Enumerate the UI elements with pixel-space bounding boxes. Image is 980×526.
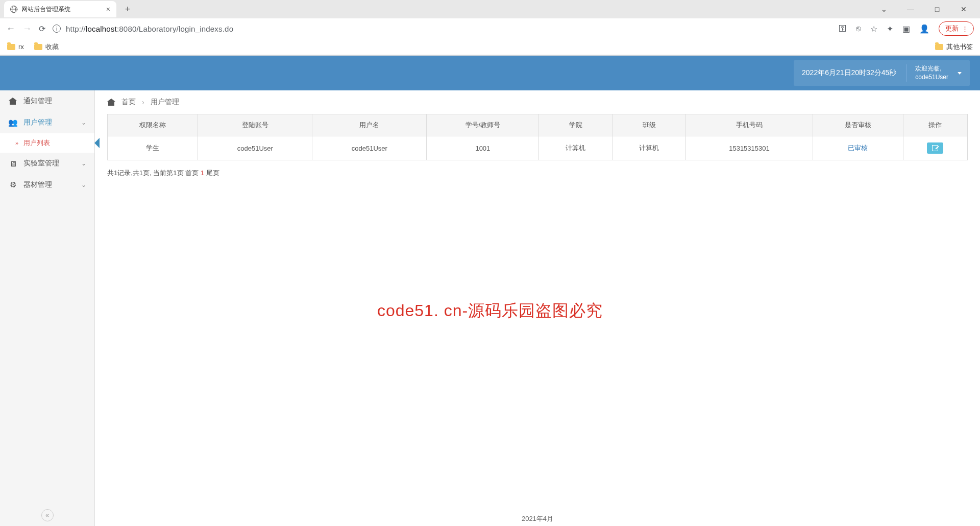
url-text: http://localhost:8080/Laboratory/login_i… xyxy=(66,25,233,33)
star-icon[interactable]: ☆ xyxy=(870,24,877,34)
bookmark-other[interactable]: 其他书签 xyxy=(935,42,973,52)
extensions-icon[interactable]: ✦ xyxy=(887,24,893,34)
globe-icon xyxy=(10,6,17,13)
collapse-sidebar-button[interactable]: « xyxy=(0,504,94,526)
window-controls: ⌄ ― □ ✕ xyxy=(868,5,980,13)
chevron-left-icon: « xyxy=(41,509,54,521)
sidebar-subitem-userlist[interactable]: 用户列表 xyxy=(0,133,94,153)
key-icon[interactable]: ⚿ xyxy=(839,24,847,33)
chevron-down-icon: ⌄ xyxy=(81,181,86,188)
pagination-prefix: 共1记录,共1页, 当前第1页 首页 xyxy=(107,169,201,177)
gears-icon xyxy=(8,180,17,189)
sidebar-item-label: 器材管理 xyxy=(23,180,52,189)
forward-button[interactable]: → xyxy=(22,23,32,34)
sidebar-item-lab[interactable]: 实验室管理 ⌄ xyxy=(0,153,94,174)
tab-bar: 网站后台管理系统 × + ⌄ ― □ ✕ xyxy=(0,0,980,18)
avatar-icon[interactable]: 👤 xyxy=(919,24,929,34)
folder-icon xyxy=(7,44,15,50)
share-icon[interactable]: ⎋ xyxy=(856,24,861,33)
address-bar: ← → ⟳ i http://localhost:8080/Laboratory… xyxy=(0,18,980,39)
breadcrumb-sep: › xyxy=(142,98,144,106)
back-button[interactable]: ← xyxy=(6,23,15,34)
dropdown-icon[interactable]: ⌄ xyxy=(876,5,892,13)
user-text: 欢迎光临, code51User xyxy=(915,64,948,82)
sidebar-item-label: 用户列表 xyxy=(23,138,50,148)
th-action: 操作 xyxy=(903,114,967,136)
update-button[interactable]: 更新⋮ xyxy=(939,21,974,36)
th-college: 学院 xyxy=(539,114,612,136)
maximize-button[interactable]: □ xyxy=(929,5,945,13)
tab-title: 网站后台管理系统 xyxy=(21,5,70,14)
header-datetime: 2022年6月21日20时32分45秒 xyxy=(802,68,896,78)
home-icon xyxy=(107,99,115,106)
chevron-down-icon xyxy=(958,72,962,75)
monitor-icon xyxy=(8,159,17,168)
pagination-suffix: 尾页 xyxy=(204,169,219,177)
site-info-icon[interactable]: i xyxy=(53,25,61,33)
sidebar-item-notice[interactable]: 通知管理 xyxy=(0,90,94,112)
active-arrow-icon xyxy=(94,138,100,148)
folder-icon xyxy=(34,44,42,50)
toolbar-right: ⚿ ⎋ ☆ ✦ ▣ 👤 更新⋮ xyxy=(839,21,974,36)
edit-icon xyxy=(932,145,938,151)
cell-college: 计算机 xyxy=(539,136,612,160)
user-table: 权限名称 登陆账号 用户名 学号/教师号 学院 班级 手机号码 是否审核 操作 … xyxy=(107,114,968,160)
app-header: 2022年6月21日20时32分45秒 欢迎光临, code51User xyxy=(0,56,980,90)
cell-action xyxy=(903,136,967,160)
th-sid: 学号/教师号 xyxy=(427,114,539,136)
th-status: 是否审核 xyxy=(813,114,903,136)
app-body: 通知管理 用户管理 ⌄ 用户列表 实验室管理 ⌄ 器材管理 ⌄ « 首页 › xyxy=(0,90,980,526)
chevron-down-icon: ⌄ xyxy=(81,119,86,126)
sidebar-item-label: 通知管理 xyxy=(23,97,52,106)
footer: 2021年4月 xyxy=(95,511,980,526)
bookmarks-bar: rx 收藏 其他书签 xyxy=(0,39,980,55)
table-row: 学生 code51User code51User 1001 计算机 计算机 15… xyxy=(108,136,968,160)
pagination: 共1记录,共1页, 当前第1页 首页 1 尾页 xyxy=(95,160,980,186)
chevron-down-icon: ⌄ xyxy=(81,160,86,167)
new-tab-button[interactable]: + xyxy=(120,2,135,16)
cell-sid: 1001 xyxy=(427,136,539,160)
main-content: 首页 › 用户管理 权限名称 登陆账号 用户名 学号/教师号 学院 班级 手机号… xyxy=(95,90,980,526)
cell-class: 计算机 xyxy=(612,136,686,160)
sidebar-item-equipment[interactable]: 器材管理 ⌄ xyxy=(0,174,94,196)
edit-button[interactable] xyxy=(927,142,943,154)
table-header-row: 权限名称 登陆账号 用户名 学号/教师号 学院 班级 手机号码 是否审核 操作 xyxy=(108,114,968,136)
breadcrumb-home[interactable]: 首页 xyxy=(121,98,136,107)
breadcrumb-current: 用户管理 xyxy=(151,98,179,107)
th-class: 班级 xyxy=(612,114,686,136)
sidebar-item-label: 用户管理 xyxy=(23,118,52,127)
th-phone: 手机号码 xyxy=(686,114,813,136)
folder-icon xyxy=(935,44,943,50)
user-box[interactable]: 欢迎光临, code51User xyxy=(906,64,962,82)
breadcrumb: 首页 › 用户管理 xyxy=(95,90,980,114)
header-box: 2022年6月21日20时32分45秒 欢迎光临, code51User xyxy=(794,60,970,86)
pagination-page[interactable]: 1 xyxy=(201,169,204,177)
close-window-button[interactable]: ✕ xyxy=(955,5,972,13)
sidebar-item-label: 实验室管理 xyxy=(23,159,59,168)
th-account: 登陆账号 xyxy=(198,114,312,136)
cell-name: code51User xyxy=(312,136,427,160)
cell-account: code51User xyxy=(198,136,312,160)
panel-icon[interactable]: ▣ xyxy=(902,24,910,34)
browser-chrome: 网站后台管理系统 × + ⌄ ― □ ✕ ← → ⟳ i http://loca… xyxy=(0,0,980,56)
users-icon xyxy=(8,118,17,127)
table-wrap: 权限名称 登陆账号 用户名 学号/教师号 学院 班级 手机号码 是否审核 操作 … xyxy=(95,114,980,160)
bookmark-fav[interactable]: 收藏 xyxy=(34,42,59,52)
browser-tab[interactable]: 网站后台管理系统 × xyxy=(4,1,116,17)
cell-phone: 15315315301 xyxy=(686,136,813,160)
home-icon xyxy=(8,97,17,106)
cell-status: 已审核 xyxy=(813,136,903,160)
bookmark-rx[interactable]: rx xyxy=(7,43,24,51)
sidebar-item-users[interactable]: 用户管理 ⌄ xyxy=(0,112,94,133)
reload-button[interactable]: ⟳ xyxy=(39,24,45,34)
url-box[interactable]: i http://localhost:8080/Laboratory/login… xyxy=(53,25,831,33)
close-icon[interactable]: × xyxy=(106,5,110,13)
th-role: 权限名称 xyxy=(108,114,198,136)
cell-role: 学生 xyxy=(108,136,198,160)
sidebar: 通知管理 用户管理 ⌄ 用户列表 实验室管理 ⌄ 器材管理 ⌄ « xyxy=(0,90,95,526)
th-name: 用户名 xyxy=(312,114,427,136)
status-link[interactable]: 已审核 xyxy=(848,144,868,152)
minimize-button[interactable]: ― xyxy=(902,5,919,13)
